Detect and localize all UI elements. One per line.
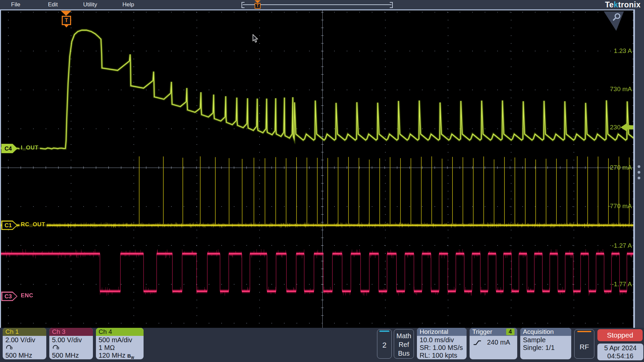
ch3-scale: 5.00 V/div [52, 336, 90, 344]
ch4-scale: 500 mA/div [99, 336, 141, 344]
acquisition-badge[interactable]: Acquisition Sample Single: 1/1 [520, 328, 571, 359]
menu-item-edit[interactable]: Edit [48, 0, 58, 9]
acquisition-title: Acquisition [520, 328, 571, 336]
channel-tag-c3[interactable]: C3 [1, 292, 17, 301]
status-bar: Ch 1 2.00 V/div 500 MHz Ch 3 5.00 V/div … [0, 328, 644, 362]
menu-item-utility[interactable]: Utility [83, 0, 97, 9]
horizontal-scale: 10.0 ms/div [420, 336, 464, 344]
trigger-marker-arrow-icon [61, 11, 71, 16]
ref-label: Ref [394, 340, 414, 349]
ch3-bandwidth: 500 MHz [52, 352, 90, 359]
trace-name-i_out[interactable]: I_OUT [19, 144, 40, 151]
ch4-impedance: 1 MΩ [99, 344, 141, 352]
rf-label: RF [575, 329, 594, 351]
ch3-title: Ch 3 [49, 328, 93, 336]
waveform-view-badge[interactable]: 2 [377, 329, 392, 359]
rising-edge-icon [473, 340, 482, 346]
channel-badge-ch4[interactable]: Ch 4 500 mA/div 1 MΩ 120 MHz BW [96, 328, 144, 359]
math-label: Math [394, 331, 414, 340]
datetime-badge[interactable]: 5 Apr 2024 04:54:16 [597, 344, 643, 360]
oscilloscope-screen: FileEditUtilityHelp T Tektronix T 1.23 [0, 0, 644, 362]
graticule-left-border [0, 9, 1, 328]
scale-label: -1.77 A [612, 281, 632, 288]
probe-icon [5, 344, 13, 350]
rf-badge[interactable]: RF [574, 329, 594, 359]
channel-badge-ch1[interactable]: Ch 1 2.00 V/div 500 MHz [3, 328, 46, 359]
trace-name-rc_out[interactable]: RC_OUT [19, 221, 47, 228]
horizontal-position-indicator[interactable]: T [241, 0, 393, 9]
scale-label: -770 mA [608, 202, 632, 210]
trigger-marker-t-icon: T [62, 16, 71, 25]
channel-tag-c1[interactable]: C1 [1, 221, 17, 230]
ch1-bandwidth: 500 MHz [5, 352, 44, 359]
acquisition-status: Single: 1/1 [523, 344, 569, 352]
record-length: RL: 100 kpts [420, 352, 464, 359]
time-label: 04:54:16 [597, 352, 643, 360]
run-state-badge[interactable]: Stopped [597, 329, 643, 341]
ch1-title: Ch 1 [3, 328, 46, 336]
acquisition-mode: Sample [523, 336, 569, 344]
trigger-badge[interactable]: 4 Trigger 240 mA [470, 328, 517, 359]
sample-rate: SR: 1.00 MS/s [420, 344, 464, 352]
ch4-bandwidth: 120 MHz [99, 352, 125, 359]
bandwidth-limit-indicator: BW [127, 353, 134, 359]
horizontal-title: Horizontal [417, 328, 467, 336]
scale-label: -1.27 A [612, 242, 632, 249]
menu-item-file[interactable]: File [11, 0, 20, 9]
waveform-canvas[interactable] [0, 9, 635, 328]
rf-indicator [577, 331, 591, 332]
trigger-flag-t-icon: T [255, 3, 261, 9]
waveform-view-indicator [379, 330, 389, 332]
trace-name-enc[interactable]: ENC [19, 292, 35, 299]
record-left-bracket [241, 2, 245, 8]
tektronix-logo: Tektronix [605, 0, 641, 9]
channel-badge-ch3[interactable]: Ch 3 5.00 V/div 500 MHz [49, 328, 93, 359]
bus-label: Bus [394, 349, 414, 358]
record-right-bracket [390, 2, 393, 8]
menu-bar: FileEditUtilityHelp T Tektronix [0, 0, 644, 9]
trigger-title: 4 Trigger [470, 328, 517, 336]
date-label: 5 Apr 2024 [597, 344, 643, 352]
probe-icon [52, 344, 60, 350]
waveform-view-count: 2 [377, 329, 391, 350]
trigger-flag-arrow-icon [255, 0, 261, 3]
horizontal-badge[interactable]: Horizontal 10.0 ms/div SR: 1.00 MS/s RL:… [417, 328, 467, 359]
scale-label: 1.23 A [614, 47, 632, 55]
trigger-position-flag[interactable]: T [254, 0, 261, 9]
math-ref-bus-button[interactable]: Math Ref Bus [394, 329, 414, 359]
ch1-scale: 2.00 V/div [5, 336, 44, 344]
menu-item-help[interactable]: Help [122, 0, 134, 9]
results-panel-handle[interactable] [638, 165, 640, 182]
trigger-position-marker[interactable]: T [61, 11, 72, 27]
scale-label: -270 mA [608, 164, 632, 171]
record-view-line [243, 4, 391, 5]
scale-label: 730 mA [610, 85, 632, 93]
graticule-top-border [0, 9, 635, 10]
trigger-level: 240 mA [487, 339, 510, 346]
waveform-display[interactable]: T 1.23 A730 mA230 mA-270 mA-770 mA-1.27 … [0, 9, 635, 328]
trigger-source-badge: 4 [506, 328, 515, 335]
ch4-title: Ch 4 [96, 328, 144, 336]
trigger-marker-notch-icon [64, 25, 68, 27]
channel-tag-c4[interactable]: C4 [1, 144, 17, 153]
scale-label: 230 mA [610, 124, 632, 131]
mouse-cursor [253, 34, 259, 43]
